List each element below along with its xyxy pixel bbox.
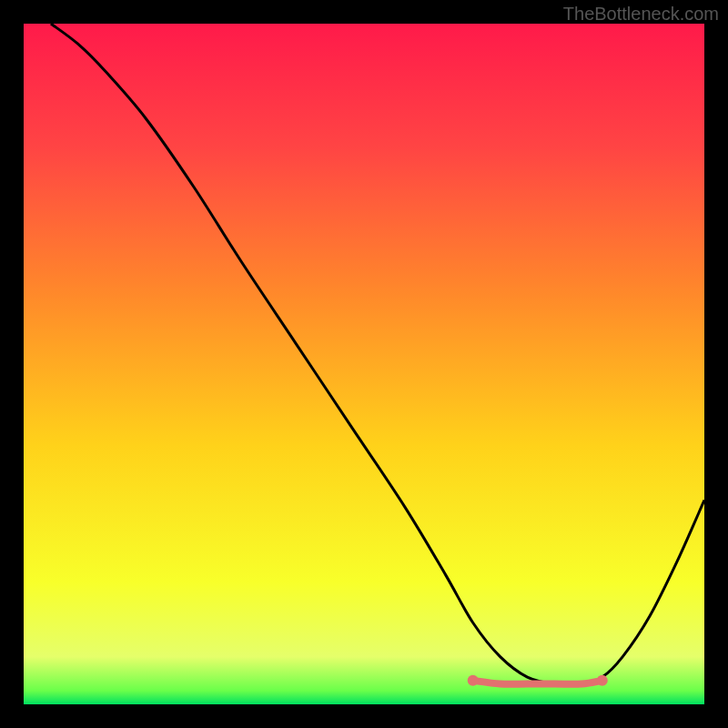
marker-curve-path <box>473 681 602 684</box>
plot-area <box>24 24 704 704</box>
svg-point-2 <box>597 675 608 686</box>
watermark-text: TheBottleneck.com <box>563 4 719 25</box>
svg-point-1 <box>468 675 479 686</box>
chart-curve <box>24 24 704 704</box>
main-curve-path <box>51 24 704 684</box>
